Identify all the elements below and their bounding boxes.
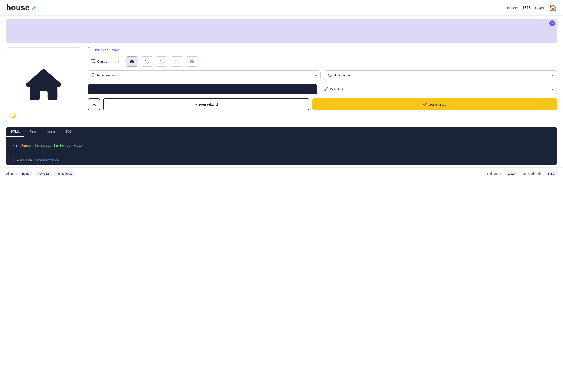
glyph-display: 🏠 <box>549 4 557 12</box>
color-size-row: Default Size ▾ <box>88 84 557 95</box>
controls-panel: buildings maps Classic ▾ <box>88 47 557 122</box>
style-icon <box>91 59 95 64</box>
header-left: house 🔗 <box>6 3 37 12</box>
color-picker[interactable] <box>88 84 317 95</box>
variant-solid[interactable] <box>126 56 138 66</box>
learn-about-text: Learn about <box>16 158 32 161</box>
rotation-label: No Rotation <box>333 74 350 77</box>
code-section: HTML React Vue.js SVG <i class="fa-solid… <box>6 127 557 165</box>
info-icon: ℹ <box>13 158 14 162</box>
svg-rect-2 <box>93 62 93 63</box>
get-started-button[interactable]: 🚀 Get Started <box>312 98 557 110</box>
size-label: Default Size <box>330 87 346 91</box>
category-tags: buildings maps <box>88 47 557 52</box>
style-row: Classic ▾ <box>88 56 557 66</box>
animation-rotation-row: No Animation ▾ No Rotation ▾ <box>88 71 557 80</box>
link-icon[interactable]: 🔗 <box>32 5 37 10</box>
tab-svg[interactable]: SVG <box>60 127 77 137</box>
rotation-arrow: ▾ <box>551 74 553 77</box>
aliases-label: Aliases: <box>6 172 17 175</box>
rotation-dropdown[interactable]: No Rotation ▾ <box>324 71 557 80</box>
unicode-label: Unicode: <box>505 6 518 10</box>
version-section: Released: 1.0.0 Last Updated: 6.4.0 <box>487 171 557 176</box>
svg-rect-5 <box>93 73 94 76</box>
size-icon <box>324 87 328 92</box>
code-tabs: HTML React Vue.js SVG <box>6 127 557 137</box>
category-maps[interactable]: maps <box>111 48 119 52</box>
released-label: Released: <box>487 172 501 175</box>
animation-arrow: ▾ <box>315 74 317 77</box>
animation-dropdown[interactable]: No Animation ▾ <box>88 71 320 80</box>
tab-vuejs[interactable]: Vue.js <box>42 127 60 137</box>
page-title: house <box>6 3 29 12</box>
code-tag-open: <i <box>13 143 17 147</box>
alias-home[interactable]: home <box>19 171 33 176</box>
updated-label: Last Updated: <box>522 172 541 175</box>
unicode-value: f015 <box>522 6 531 10</box>
svg-line-6 <box>327 87 328 88</box>
svg-rect-0 <box>91 60 95 62</box>
rotation-icon <box>328 73 332 77</box>
glyph-label: Glyph: <box>535 6 545 10</box>
folder-icon <box>88 47 92 52</box>
released-version: 1.0.0 <box>505 171 517 176</box>
variant-thin[interactable] <box>171 56 183 66</box>
accessibility-row: ℹ Learn about Accessibility + Icons <box>6 154 557 165</box>
alias-home-lg-alt[interactable]: home-lg-alt <box>54 171 75 176</box>
house-icon-preview <box>26 67 61 102</box>
code-body: <i class="fa-solid fa-house"></i> <box>6 137 557 154</box>
rocket-icon: 🚀 <box>423 102 427 106</box>
code-snippet: <i class="fa-solid fa-house"></i> <box>13 143 550 147</box>
code-tag-close: ></i> <box>73 143 83 147</box>
promo-banner: × <box>6 19 557 43</box>
variant-light[interactable] <box>156 56 168 66</box>
header-right: Unicode: f015 Glyph: 🏠 <box>505 4 557 12</box>
svg-line-7 <box>325 89 326 90</box>
dark-mode-toggle[interactable]: 🌙 <box>10 113 16 119</box>
svg-rect-1 <box>92 62 92 63</box>
banner-close-button[interactable]: × <box>549 21 555 26</box>
code-val: "fa-solid fa-house" <box>32 143 73 147</box>
aliases-section: Aliases: home home-alt home-lg-alt <box>6 171 75 176</box>
wizard-icon: ✦ <box>195 102 197 106</box>
tab-html[interactable]: HTML <box>6 127 25 137</box>
animation-icon <box>91 73 95 77</box>
action-row: ✦ Icon Wizard 🚀 Get Started <box>88 98 557 110</box>
svg-rect-3 <box>94 62 95 63</box>
variant-duotone[interactable] <box>186 56 198 66</box>
main-content: 🌙 buildings maps <box>0 43 563 127</box>
animation-label: No Animation <box>97 74 115 77</box>
style-dropdown[interactable]: Classic ▾ <box>88 57 123 66</box>
accessibility-link[interactable]: Accessibility + Icons <box>33 158 59 161</box>
tab-react[interactable]: React <box>25 127 42 137</box>
updated-version: 6.4.0 <box>545 171 557 176</box>
icon-wizard-button[interactable]: ✦ Icon Wizard <box>103 98 309 110</box>
size-arrow: ▾ <box>551 87 553 91</box>
style-label: Classic <box>97 60 107 63</box>
size-dropdown[interactable]: Default Size ▾ <box>320 84 557 95</box>
get-started-label: Get Started <box>429 103 447 106</box>
wizard-label: Icon Wizard <box>199 103 218 106</box>
alias-home-alt[interactable]: home-alt <box>35 171 52 176</box>
code-attr: class= <box>20 143 32 147</box>
footer: Aliases: home home-alt home-lg-alt Relea… <box>0 167 563 180</box>
header: house 🔗 Unicode: f015 Glyph: 🏠 <box>0 0 563 16</box>
icon-preview-box: 🌙 <box>6 47 81 122</box>
style-dropdown-arrow: ▾ <box>118 60 120 63</box>
variant-regular[interactable] <box>141 56 153 66</box>
svg-rect-4 <box>92 73 93 76</box>
category-buildings[interactable]: buildings <box>95 48 108 52</box>
download-button[interactable] <box>88 98 100 110</box>
